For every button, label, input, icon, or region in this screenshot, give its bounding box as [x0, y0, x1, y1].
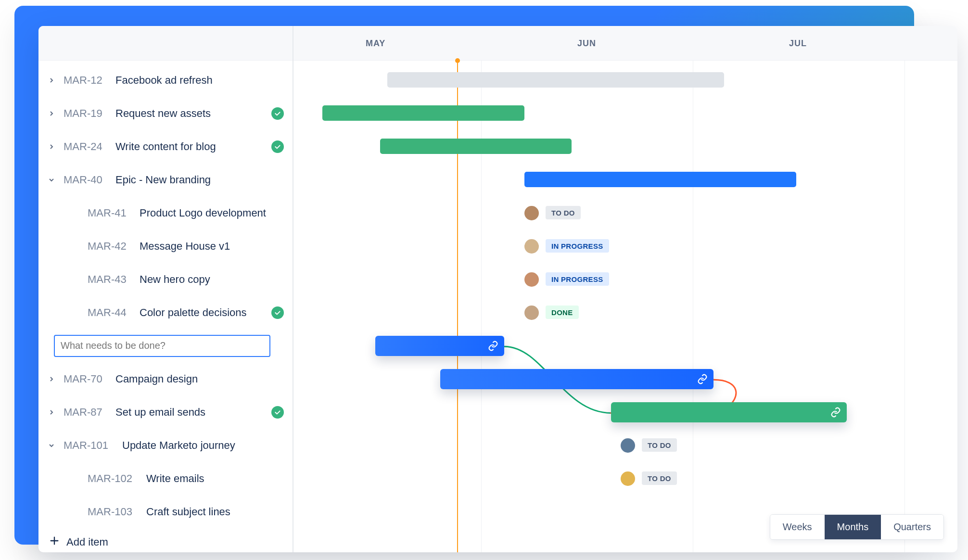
issue-title: New hero copy: [140, 273, 284, 286]
issue-title: Craft subject lines: [146, 506, 284, 518]
assignee-avatar[interactable]: [524, 305, 539, 320]
gantt-bar[interactable]: [375, 336, 504, 356]
issue-row[interactable]: MAR-70Campaign design: [38, 362, 293, 395]
status-badge[interactable]: DONE: [546, 305, 579, 319]
issue-key: MAR-101: [64, 439, 116, 452]
gantt-bar[interactable]: [440, 369, 713, 389]
issue-row[interactable]: MAR-41Product Logo development: [38, 196, 293, 229]
chevron-right-icon[interactable]: [45, 74, 58, 87]
done-check-icon: [271, 140, 284, 153]
assignee-avatar[interactable]: [524, 206, 539, 220]
issue-title: Product Logo development: [140, 207, 284, 219]
issue-key: MAR-19: [64, 107, 110, 120]
month-label: JUL: [789, 38, 807, 49]
gantt-bar[interactable]: [380, 139, 572, 154]
month-label: MAY: [366, 38, 385, 49]
gantt-bar[interactable]: [387, 72, 724, 88]
chevron-right-icon[interactable]: [45, 107, 58, 120]
link-icon: [697, 374, 708, 384]
issue-title: Set up email sends: [115, 406, 266, 419]
issue-row[interactable]: MAR-43New hero copy: [38, 263, 293, 296]
issue-row[interactable]: MAR-42Message House v1: [38, 229, 293, 263]
assignee-avatar[interactable]: [621, 438, 635, 453]
done-check-icon: [271, 107, 284, 120]
issue-key: MAR-41: [88, 207, 134, 219]
timeline-row: [293, 395, 957, 429]
timeline-row: [293, 130, 957, 163]
status-badge[interactable]: TO DO: [642, 438, 677, 452]
gantt-bar[interactable]: [524, 172, 796, 187]
assignee-avatar[interactable]: [621, 471, 635, 486]
gantt-bar[interactable]: [322, 105, 524, 121]
status-badge[interactable]: TO DO: [642, 471, 677, 485]
issue-title: Write content for blog: [115, 140, 266, 153]
issue-title: Write emails: [146, 472, 284, 485]
gantt-bar[interactable]: [611, 402, 847, 422]
issue-row[interactable]: MAR-44Color palette decisions: [38, 296, 293, 329]
timeline-row: [293, 163, 957, 196]
issue-key: MAR-42: [88, 240, 134, 253]
chevron-right-icon[interactable]: [45, 140, 58, 153]
timeline-body: TO DOIN PROGRESSIN PROGRESSDONETO DOTO D…: [293, 61, 957, 552]
link-icon: [488, 341, 498, 351]
timeline-area[interactable]: MAY JUN JUL TO DOIN PROGRESSIN PROGRESSD…: [293, 26, 957, 552]
issue-row[interactable]: MAR-19Request new assets: [38, 97, 293, 130]
new-item-row: [38, 329, 293, 362]
timeline-row: [293, 64, 957, 97]
issue-row[interactable]: MAR-40Epic - New branding: [38, 163, 293, 196]
status-badge[interactable]: TO DO: [546, 206, 581, 219]
chevron-down-icon[interactable]: [45, 439, 58, 452]
new-item-input[interactable]: [54, 335, 270, 357]
timeline-row: TO DO: [293, 196, 957, 229]
issue-row[interactable]: MAR-102Write emails: [38, 462, 293, 495]
zoom-quarters-button[interactable]: Quarters: [881, 515, 943, 539]
issue-title: Color palette decisions: [140, 306, 266, 319]
done-check-icon: [271, 406, 284, 419]
sidebar-header: [38, 26, 293, 61]
done-check-icon: [271, 306, 284, 319]
zoom-toggle: Weeks Months Quarters: [770, 514, 944, 540]
status-badge[interactable]: IN PROGRESS: [546, 272, 609, 286]
timeline-row: [293, 97, 957, 130]
assignee-avatar[interactable]: [524, 272, 539, 287]
issue-row[interactable]: MAR-24Write content for blog: [38, 130, 293, 163]
issue-title: Campaign design: [115, 373, 284, 385]
month-label: JUN: [577, 38, 596, 49]
issue-key: MAR-44: [88, 306, 134, 319]
issue-list: MAR-12Facebook ad refreshMAR-19Request n…: [38, 61, 293, 552]
issue-key: MAR-40: [64, 174, 110, 186]
add-item-label: Add item: [66, 536, 108, 548]
timeline-row: TO DO: [293, 429, 957, 462]
timeline-row: [293, 329, 957, 362]
issue-row[interactable]: MAR-12Facebook ad refresh: [38, 64, 293, 97]
issue-key: MAR-12: [64, 74, 110, 87]
issue-title: Facebook ad refresh: [115, 74, 284, 87]
issue-title: Request new assets: [115, 107, 266, 120]
chevron-right-icon[interactable]: [45, 406, 58, 419]
timeline-row: DONE: [293, 296, 957, 329]
issue-row[interactable]: MAR-101Update Marketo journey: [38, 429, 293, 462]
issue-key: MAR-43: [88, 273, 134, 286]
issue-key: MAR-24: [64, 140, 110, 153]
issue-title: Update Marketo journey: [122, 439, 284, 452]
issue-row[interactable]: MAR-103Craft subject lines: [38, 495, 293, 528]
chevron-down-icon[interactable]: [45, 174, 58, 186]
link-icon: [830, 407, 841, 418]
status-badge[interactable]: IN PROGRESS: [546, 239, 609, 253]
issue-list-sidebar: MAR-12Facebook ad refreshMAR-19Request n…: [38, 26, 293, 552]
assignee-avatar[interactable]: [524, 239, 539, 254]
timeline-header: MAY JUN JUL: [293, 26, 957, 61]
issue-key: MAR-70: [64, 373, 110, 385]
zoom-months-button[interactable]: Months: [825, 515, 881, 539]
add-item-button[interactable]: Add item: [38, 528, 293, 552]
roadmap-panel: MAR-12Facebook ad refreshMAR-19Request n…: [38, 26, 957, 552]
timeline-row: IN PROGRESS: [293, 263, 957, 296]
issue-title: Message House v1: [140, 240, 284, 253]
zoom-weeks-button[interactable]: Weeks: [770, 515, 825, 539]
plus-icon: [49, 535, 60, 549]
issue-row[interactable]: MAR-87Set up email sends: [38, 395, 293, 429]
issue-key: MAR-102: [88, 472, 140, 485]
issue-title: Epic - New branding: [115, 174, 284, 186]
chevron-right-icon[interactable]: [45, 373, 58, 385]
issue-key: MAR-87: [64, 406, 110, 419]
